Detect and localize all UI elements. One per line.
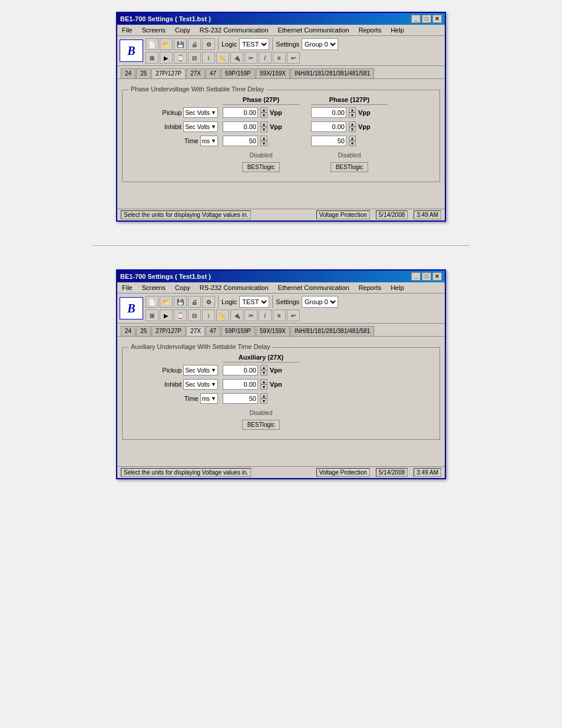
inhibit-27p-up[interactable]: ▲ xyxy=(260,121,267,127)
tab-27x-1[interactable]: 27X xyxy=(186,68,205,78)
tab-27p-2[interactable]: 27P/127P xyxy=(151,326,186,336)
menu-rs232-2[interactable]: RS-232 Communication xyxy=(197,284,271,292)
inhibit-127p-input[interactable] xyxy=(311,121,346,132)
tb-b4-2[interactable]: ⊟ xyxy=(188,309,201,321)
tab-24-1[interactable]: 24 xyxy=(121,68,135,78)
maximize-btn-1[interactable]: □ xyxy=(422,15,431,23)
pickup-27x-down[interactable]: ▼ xyxy=(260,370,267,375)
pickup-127p-input[interactable] xyxy=(311,107,346,118)
tb-new-2[interactable]: 📄 xyxy=(146,296,158,308)
tb-open-2[interactable]: 📂 xyxy=(160,296,173,308)
tab-27x-2[interactable]: 27X xyxy=(186,326,205,336)
close-btn-2[interactable]: ✕ xyxy=(432,272,442,281)
pickup-27p-up[interactable]: ▲ xyxy=(260,107,267,113)
time-127p-down[interactable]: ▼ xyxy=(349,141,356,146)
inhibit-unit-input-2[interactable]: Sec Volts ▼ xyxy=(183,379,218,390)
tb-save-2[interactable]: 💾 xyxy=(174,296,187,308)
tab-25-1[interactable]: 25 xyxy=(136,68,151,78)
maximize-btn-2[interactable]: □ xyxy=(422,272,431,281)
tb-settings2-1[interactable]: ⚙ xyxy=(202,38,215,50)
pickup-127p-down[interactable]: ▼ xyxy=(349,113,356,118)
inhibit-27x-input[interactable] xyxy=(223,379,258,390)
pickup-27x-up[interactable]: ▲ xyxy=(260,365,267,370)
tb-b6-2[interactable]: 📐 xyxy=(216,309,229,321)
tb-b7-2[interactable]: 🔌 xyxy=(230,309,243,321)
pickup-unit-input-2[interactable]: Sec Volts ▼ xyxy=(183,365,218,375)
menu-ethernet-2[interactable]: Ethernet Communication xyxy=(276,284,352,292)
tb-b8-2[interactable]: ✂ xyxy=(244,309,257,321)
inhibit-27x-down[interactable]: ▼ xyxy=(260,384,267,390)
menu-screens-2[interactable]: Screens xyxy=(140,284,168,292)
pickup-27p-input[interactable] xyxy=(223,107,258,118)
group-select-2[interactable]: Group 0 xyxy=(302,296,338,308)
pickup-unit-input-1[interactable]: Sec Volts ▼ xyxy=(183,107,218,118)
menu-copy-1[interactable]: Copy xyxy=(173,26,193,34)
menu-ethernet-1[interactable]: Ethernet Communication xyxy=(276,26,352,34)
tb-new-1[interactable]: 📄 xyxy=(146,38,158,50)
tb-b10-1[interactable]: ≡ xyxy=(273,52,286,64)
tb-save-1[interactable]: 💾 xyxy=(174,38,187,50)
time-unit-input-1[interactable]: ms ▼ xyxy=(200,136,218,146)
tb-open-1[interactable]: 📂 xyxy=(160,38,173,50)
inhibit-27p-input[interactable] xyxy=(223,121,258,132)
time-27x-down[interactable]: ▼ xyxy=(260,398,267,404)
minimize-btn-1[interactable]: _ xyxy=(411,15,421,23)
menu-reports-1[interactable]: Reports xyxy=(356,26,384,34)
tab-59p-1[interactable]: 59P/159P xyxy=(221,68,255,78)
tb-b6-1[interactable]: 📐 xyxy=(216,52,229,64)
inhibit-unit-input-1[interactable]: Sec Volts ▼ xyxy=(183,121,218,132)
tab-inh-2[interactable]: INH/81/181/281/381/481/581 xyxy=(290,326,374,336)
bestlogic-btn-127p[interactable]: BESTlogic xyxy=(330,162,369,172)
tb-b4-1[interactable]: ⊟ xyxy=(188,52,201,64)
close-btn-1[interactable]: ✕ xyxy=(432,15,442,23)
tb-b11-1[interactable]: ↩ xyxy=(287,52,300,64)
tab-59x-2[interactable]: 59X/159X xyxy=(256,326,290,336)
tb-b8-1[interactable]: ✂ xyxy=(244,52,257,64)
minimize-btn-2[interactable]: _ xyxy=(411,272,421,281)
menu-copy-2[interactable]: Copy xyxy=(173,284,193,292)
pickup-27x-input[interactable] xyxy=(223,365,258,375)
time-27p-down[interactable]: ▼ xyxy=(260,141,267,146)
tb-b5-1[interactable]: ↕ xyxy=(202,52,215,64)
tb-b11-2[interactable]: ↩ xyxy=(287,309,300,321)
tab-24-2[interactable]: 24 xyxy=(121,326,135,336)
time-unit-input-2[interactable]: ms ▼ xyxy=(200,393,218,404)
inhibit-27x-up[interactable]: ▲ xyxy=(260,379,267,384)
bestlogic-btn-27p[interactable]: BESTlogic xyxy=(242,162,280,172)
group-select-1[interactable]: Group 0 xyxy=(302,38,338,50)
tb-b1-1[interactable]: ⊞ xyxy=(146,52,158,64)
menu-file-2[interactable]: File xyxy=(120,284,135,292)
tb-settings2-2[interactable]: ⚙ xyxy=(202,296,215,308)
time-27p-input[interactable] xyxy=(223,136,258,146)
tb-b5-2[interactable]: ↕ xyxy=(202,309,215,321)
tab-47-1[interactable]: 47 xyxy=(206,68,220,78)
bestlogic-btn-27x[interactable]: BESTlogic xyxy=(242,420,280,430)
tb-print-2[interactable]: 🖨 xyxy=(188,296,201,308)
time-27x-input[interactable] xyxy=(223,393,258,404)
tab-59p-2[interactable]: 59P/159P xyxy=(221,326,255,336)
inhibit-127p-up[interactable]: ▲ xyxy=(349,121,356,127)
tb-b2-2[interactable]: ▶ xyxy=(160,309,173,321)
tb-b2-1[interactable]: ▶ xyxy=(160,52,173,64)
time-27x-up[interactable]: ▲ xyxy=(260,393,267,398)
time-127p-up[interactable]: ▲ xyxy=(349,136,356,141)
tab-27p-1[interactable]: 27P/127P xyxy=(151,68,186,78)
tb-b9-2[interactable]: / xyxy=(259,309,272,321)
tb-b1-2[interactable]: ⊞ xyxy=(146,309,158,321)
menu-help-2[interactable]: Help xyxy=(388,284,406,292)
menu-rs232-1[interactable]: RS-232 Communication xyxy=(197,26,271,34)
tab-59x-1[interactable]: 59X/159X xyxy=(256,68,290,78)
menu-file-1[interactable]: File xyxy=(120,26,135,34)
menu-reports-2[interactable]: Reports xyxy=(356,284,384,292)
tb-b7-1[interactable]: 🔌 xyxy=(230,52,243,64)
tb-b3-2[interactable]: ⌚ xyxy=(174,309,187,321)
tb-print-1[interactable]: 🖨 xyxy=(188,38,201,50)
time-127p-input[interactable] xyxy=(311,136,346,146)
inhibit-127p-down[interactable]: ▼ xyxy=(349,127,356,132)
menu-help-1[interactable]: Help xyxy=(388,26,406,34)
time-27p-up[interactable]: ▲ xyxy=(260,136,267,141)
pickup-127p-up[interactable]: ▲ xyxy=(349,107,356,113)
logic-select-1[interactable]: TEST xyxy=(239,38,269,50)
menu-screens-1[interactable]: Screens xyxy=(140,26,168,34)
inhibit-27p-down[interactable]: ▼ xyxy=(260,127,267,132)
